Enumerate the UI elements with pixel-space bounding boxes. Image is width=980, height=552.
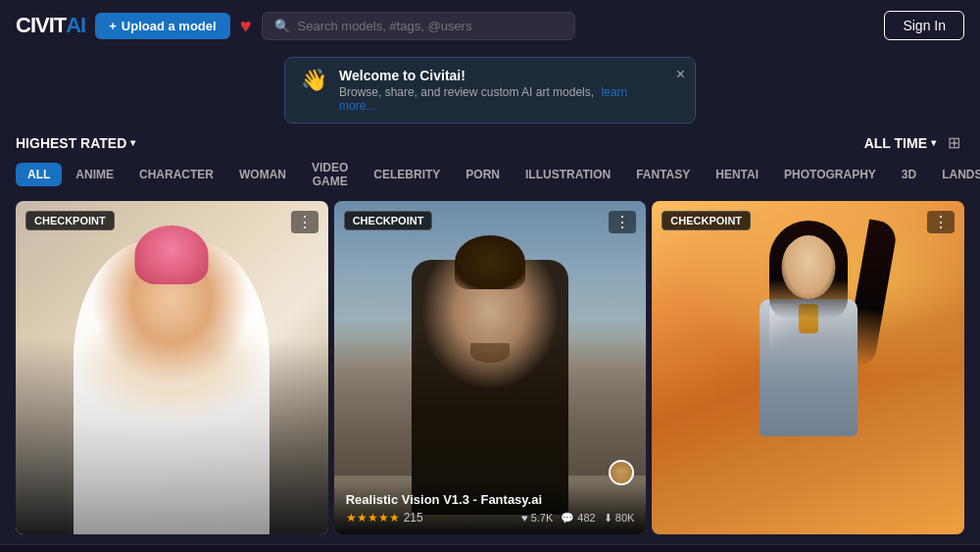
all-time-filter[interactable]: ALL TIME ▾ — [864, 135, 936, 151]
upload-model-button[interactable]: + Upload a model — [95, 13, 229, 39]
banner-wrapper: 👋 Welcome to Civitai! Browse, share, and… — [0, 51, 980, 129]
downloads-icon: ⬇ 80K — [604, 512, 635, 525]
tab-porn[interactable]: PORN — [454, 163, 512, 186]
banner-close-button[interactable]: × — [676, 66, 685, 83]
welcome-banner: 👋 Welcome to Civitai! Browse, share, and… — [284, 57, 696, 124]
chevron-down-icon: ▾ — [130, 137, 135, 148]
tab-celebrity[interactable]: CELEBRITY — [362, 163, 452, 186]
banner-title: Welcome to Civitai! — [339, 68, 656, 83]
card-menu-2[interactable]: ⋮ — [609, 211, 636, 233]
tab-all[interactable]: ALL — [16, 163, 62, 186]
search-bar[interactable]: 🔍 — [262, 12, 576, 40]
category-tabs: ALL ANIME CHARACTER WOMAN VIDEO GAME CEL… — [0, 156, 980, 201]
checkpoint-badge-1: CHECKPOINT — [25, 211, 115, 230]
signin-button[interactable]: Sign In — [884, 11, 964, 40]
card-menu-3[interactable]: ⋮ — [927, 211, 955, 233]
tab-fantasy[interactable]: FANTASY — [624, 163, 702, 186]
heart-icon[interactable]: ♥ — [240, 15, 252, 37]
tab-woman[interactable]: WOMAN — [227, 163, 298, 186]
card-menu-1[interactable]: ⋮ — [291, 211, 318, 233]
banner-description: Browse, share, and review custom AI art … — [339, 85, 656, 113]
logo-civi: CIVIT — [16, 13, 66, 38]
wave-emoji: 👋 — [301, 68, 327, 93]
tab-character[interactable]: CHARACTER — [127, 163, 225, 186]
checkpoint-badge-2: CHECKPOINT — [344, 211, 433, 230]
footer: © Civitai 2023 Support Us ♥ Terms of Ser… — [0, 544, 980, 552]
tab-anime[interactable]: ANIME — [64, 163, 125, 186]
header: CIVITAI + Upload a model ♥ 🔍 Sign In — [0, 0, 980, 51]
chevron-down-icon-2: ▾ — [931, 137, 936, 148]
tab-hentai[interactable]: HENTAI — [704, 163, 770, 186]
tab-photography[interactable]: PHOTOGRAPHY — [772, 163, 888, 186]
tab-landscapes[interactable]: LANDSCAPES — [930, 163, 980, 186]
logo-ai: AI — [66, 13, 85, 38]
logo[interactable]: CIVITAI — [16, 13, 85, 38]
tab-video-game[interactable]: VIDEO GAME — [300, 156, 360, 193]
card-info-2: Realistic Vision V1.3 - Fantasy.ai ★★★★★… — [334, 482, 647, 534]
filter-options-button[interactable]: ⊞ — [944, 133, 964, 152]
model-card-2[interactable]: CHECKPOINT ⋮ Realistic Vision V1.3 - Fan… — [334, 201, 647, 534]
model-card-1[interactable]: CHECKPOINT ⋮ — [16, 201, 328, 534]
image-grid: CHECKPOINT ⋮ CHECKPOINT ⋮ Realistic Visi… — [0, 201, 980, 534]
highest-rated-filter[interactable]: HIGHEST RATED ▾ — [16, 135, 135, 151]
card-stats-2: ♥ 5.7K 💬 482 ⬇ 80K — [521, 512, 634, 525]
filter-bar: HIGHEST RATED ▾ ALL TIME ▾ ⊞ — [0, 129, 980, 156]
plus-icon: + — [109, 19, 117, 33]
card-title-2: Realistic Vision V1.3 - Fantasy.ai — [346, 492, 635, 507]
checkpoint-badge-3: CHECKPOINT — [662, 211, 751, 230]
model-card-3[interactable]: CHECKPOINT ⋮ — [652, 201, 964, 534]
likes-icon: ♥ 5.7K — [521, 512, 553, 524]
card-rating-2: ★★★★★ 215 — [346, 511, 423, 525]
tab-3d[interactable]: 3D — [890, 163, 928, 186]
tab-illustration[interactable]: ILLUSTRATION — [514, 163, 622, 186]
search-input[interactable] — [298, 19, 564, 33]
comments-icon: 💬 482 — [561, 512, 595, 525]
search-icon: 🔍 — [274, 19, 290, 33]
